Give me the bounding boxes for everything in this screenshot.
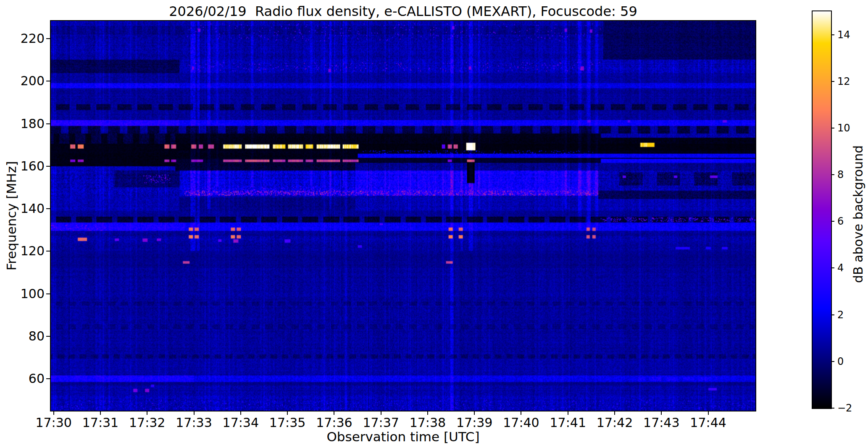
y-tick-label: 220	[6, 31, 45, 46]
y-tick-mark	[46, 38, 51, 39]
colorbar-tick-label: 4	[837, 262, 844, 274]
y-tick-mark	[46, 336, 51, 337]
x-tick-mark	[381, 411, 381, 415]
colorbar-tick-mark	[831, 221, 834, 222]
colorbar-canvas	[813, 11, 831, 408]
x-tick-mark	[334, 411, 334, 415]
colorbar-tick-mark	[831, 314, 834, 315]
x-tick-mark	[708, 411, 709, 415]
colorbar-title: dB above background	[851, 145, 865, 283]
x-tick-mark	[147, 411, 147, 415]
y-tick-mark	[46, 81, 51, 81]
y-tick-mark	[46, 208, 51, 209]
colorbar-tick-label: 14	[837, 29, 850, 41]
y-tick-label: 80	[6, 329, 45, 343]
x-tick-mark	[287, 411, 288, 415]
y-tick-mark	[46, 166, 51, 167]
x-tick-mark	[661, 411, 662, 415]
colorbar-tick-label: 8	[837, 169, 844, 181]
colorbar-tick-label: 12	[837, 76, 850, 87]
x-axis-title: Observation time [UTC]	[51, 429, 755, 444]
colorbar-tick-mark	[831, 267, 834, 268]
y-tick-mark	[46, 123, 51, 124]
y-tick-mark	[46, 251, 51, 252]
y-tick-label: 120	[6, 244, 45, 258]
colorbar-tick-label: 10	[837, 122, 850, 134]
colorbar-tick-label: 6	[837, 215, 844, 227]
y-tick-label: 200	[6, 74, 45, 88]
x-tick-mark	[53, 411, 54, 415]
y-tick-mark	[46, 293, 51, 294]
x-tick-mark	[194, 411, 195, 415]
spectrogram-canvas[interactable]	[51, 21, 755, 411]
x-tick-mark	[474, 411, 475, 415]
y-tick-label: 160	[6, 159, 45, 173]
colorbar-tick-label: 2	[837, 309, 844, 321]
y-tick-label: 60	[6, 372, 45, 386]
x-tick-label: 17:44	[679, 416, 738, 430]
colorbar-tick-mark	[831, 128, 834, 128]
y-tick-label: 100	[6, 287, 45, 301]
colorbar-tick-mark	[831, 34, 834, 35]
y-tick-label: 140	[6, 202, 45, 216]
colorbar-tick-mark	[831, 361, 834, 362]
spectrogram-plot-area[interactable]	[50, 20, 756, 411]
y-tick-label: 180	[6, 117, 45, 131]
y-tick-mark	[46, 378, 51, 379]
x-tick-mark	[521, 411, 521, 415]
x-tick-mark	[240, 411, 241, 415]
x-tick-mark	[614, 411, 615, 415]
colorbar-tick-label: 0	[837, 356, 844, 367]
colorbar-tick-mark	[831, 174, 834, 175]
colorbar-tick-label: −2	[837, 402, 852, 414]
x-tick-mark	[568, 411, 568, 415]
colorbar	[812, 10, 832, 409]
colorbar-tick-mark	[831, 408, 834, 409]
x-tick-mark	[427, 411, 428, 415]
colorbar-tick-mark	[831, 81, 834, 82]
spectrogram-figure: 2026/02/19 Radio flux density, e-CALLIST…	[0, 0, 868, 448]
x-tick-mark	[100, 411, 101, 415]
chart-title: 2026/02/19 Radio flux density, e-CALLIST…	[51, 3, 755, 19]
